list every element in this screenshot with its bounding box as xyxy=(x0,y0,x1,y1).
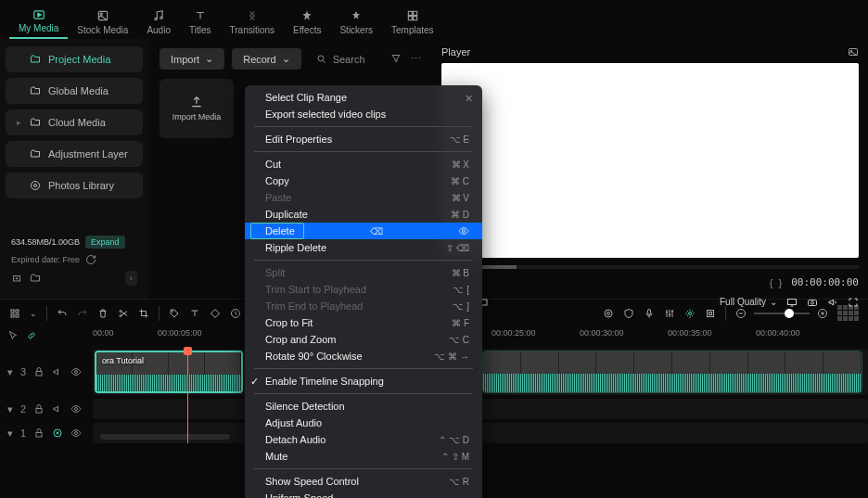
tab-templates[interactable]: Templates xyxy=(382,4,443,39)
sidebar-item-project-media[interactable]: Project Media xyxy=(6,46,143,72)
svg-rect-21 xyxy=(11,310,14,313)
grid-icon[interactable] xyxy=(9,308,20,319)
eye-icon[interactable] xyxy=(70,428,82,439)
context-menu-item[interactable]: Show Speed Control⌥ R xyxy=(245,473,482,490)
context-menu-item[interactable]: Rotate 90° Clockwise⌥ ⌘ → xyxy=(245,348,482,364)
zoom-slider[interactable] xyxy=(735,308,828,319)
snapshot-icon[interactable] xyxy=(848,46,859,57)
import-dropdown[interactable]: Import ⌄ xyxy=(160,48,224,70)
cursor-tool-icon[interactable] xyxy=(7,330,19,341)
text-icon[interactable] xyxy=(189,308,200,319)
tab-stickers[interactable]: Stickers xyxy=(330,4,382,39)
context-menu-item[interactable]: Mute⌃ ⇧ M xyxy=(245,448,482,465)
svg-rect-22 xyxy=(16,310,19,313)
tab-effects[interactable]: Effects xyxy=(284,4,330,39)
tab-my-media[interactable]: My Media xyxy=(9,4,68,39)
split-icon[interactable] xyxy=(118,308,129,319)
context-menu-item[interactable]: Silence Detection xyxy=(245,398,482,415)
context-menu-item[interactable]: Select Clip Range xyxy=(245,89,482,106)
chevron-down-icon: ⌄ xyxy=(770,297,777,307)
volume-icon[interactable] xyxy=(827,297,838,308)
keyframe-icon[interactable] xyxy=(210,308,221,319)
crop-icon[interactable] xyxy=(138,308,149,319)
collapse-track-icon[interactable]: ▾ xyxy=(7,403,13,415)
lock-icon[interactable] xyxy=(33,428,45,439)
lock-icon[interactable] xyxy=(33,403,45,415)
context-menu-item[interactable]: Copy⌘ C xyxy=(245,172,482,189)
link-icon[interactable] xyxy=(26,330,37,341)
sidebar-item-global-media[interactable]: Global Media xyxy=(6,78,143,104)
playhead[interactable] xyxy=(187,349,188,443)
tab-titles[interactable]: Titles xyxy=(180,4,221,39)
new-folder-icon[interactable] xyxy=(11,273,22,284)
lock-icon[interactable] xyxy=(33,366,45,377)
sidebar-item-photos-library[interactable]: Photos Library xyxy=(6,172,143,198)
sidebar-item-adjustment-layer[interactable]: Adjustment Layer xyxy=(6,141,143,167)
collapse-track-icon[interactable]: ▾ xyxy=(7,366,13,378)
mixer-icon[interactable] xyxy=(664,308,675,319)
video-clip[interactable] xyxy=(482,351,862,393)
player-canvas[interactable] xyxy=(441,63,859,258)
sidebar-item-label: Photos Library xyxy=(48,180,114,191)
collapse-sidebar-button[interactable]: ‹ xyxy=(125,271,137,286)
player-scrubber[interactable] xyxy=(441,265,859,269)
horizontal-scrollbar[interactable] xyxy=(100,434,230,440)
camera-icon[interactable] xyxy=(807,297,818,308)
chevron-down-icon[interactable]: ⌄ xyxy=(30,309,37,318)
shield-icon[interactable] xyxy=(623,308,634,319)
mic-icon[interactable] xyxy=(644,308,655,319)
shortcut-label: ⌥ E xyxy=(450,134,469,145)
tag-icon[interactable] xyxy=(169,308,180,319)
refresh-icon[interactable] xyxy=(85,254,96,265)
ruler-tick: 00:00 xyxy=(93,328,114,338)
sidebar-item-cloud-media[interactable]: ▸ Cloud Media xyxy=(6,109,143,135)
context-menu-item[interactable]: Edit Properties⌥ E xyxy=(245,131,482,147)
zoom-out-icon[interactable] xyxy=(735,308,747,319)
svg-rect-37 xyxy=(36,372,42,377)
context-menu-item[interactable]: Duplicate⌘ D xyxy=(245,206,482,223)
folder-icon[interactable] xyxy=(30,273,41,284)
context-menu-item[interactable]: Export selected video clips xyxy=(245,106,482,122)
undo-icon[interactable] xyxy=(57,308,68,319)
tab-stock-media[interactable]: Stock Media xyxy=(68,4,137,39)
delete-icon[interactable] xyxy=(97,308,108,319)
speed-icon[interactable] xyxy=(230,308,241,319)
mute-icon[interactable] xyxy=(52,366,63,377)
tab-audio[interactable]: Audio xyxy=(137,4,180,39)
ai-icon[interactable] xyxy=(684,308,696,319)
tab-transitions[interactable]: Transitions xyxy=(221,4,285,39)
context-menu-item[interactable]: Detach Audio⌃ ⌥ D xyxy=(245,431,482,448)
context-menu-item[interactable]: Delete⌫ xyxy=(245,223,482,239)
context-menu-item[interactable]: Uniform Speed xyxy=(245,490,482,498)
context-menu-label: Select Clip Range xyxy=(265,92,347,103)
eye-icon[interactable] xyxy=(70,403,82,415)
titles-icon xyxy=(192,7,209,23)
more-icon[interactable]: ⋯ xyxy=(411,53,421,65)
templates-icon xyxy=(404,7,421,23)
svg-rect-23 xyxy=(11,314,14,317)
eye-icon[interactable] xyxy=(70,366,82,377)
redo-icon[interactable] xyxy=(77,308,88,319)
filter-icon[interactable] xyxy=(390,53,402,65)
fx-icon[interactable] xyxy=(52,428,63,439)
context-menu-item[interactable]: Cut⌘ X xyxy=(245,156,482,172)
record-dropdown[interactable]: Record ⌄ xyxy=(232,48,300,70)
marker-icon[interactable] xyxy=(705,308,716,319)
color-icon[interactable] xyxy=(603,308,614,319)
context-menu-item[interactable]: Ripple Delete⇧ ⌫ xyxy=(245,239,482,256)
zoom-in-icon[interactable] xyxy=(817,308,828,319)
mute-icon[interactable] xyxy=(52,403,63,415)
context-menu-item[interactable]: Adjust Audio xyxy=(245,415,482,431)
video-clip[interactable]: ora Tutorial xyxy=(95,351,243,393)
context-menu-item[interactable]: Crop and Zoom⌥ C xyxy=(245,331,482,348)
quality-dropdown[interactable]: Full Quality ⌄ xyxy=(720,297,777,307)
expand-button[interactable]: Expand xyxy=(85,236,125,249)
collapse-track-icon[interactable]: ▾ xyxy=(7,428,13,440)
display-icon[interactable] xyxy=(786,297,798,308)
context-menu-item[interactable]: ✓Enable Timeline Snapping xyxy=(245,373,482,389)
photos-icon xyxy=(30,180,41,191)
context-menu-item[interactable]: Crop to Fit⌘ F xyxy=(245,314,482,331)
import-media-tile[interactable]: Import Media xyxy=(160,79,234,138)
fullscreen-icon[interactable] xyxy=(848,297,859,308)
search-input[interactable]: Search xyxy=(309,50,373,69)
